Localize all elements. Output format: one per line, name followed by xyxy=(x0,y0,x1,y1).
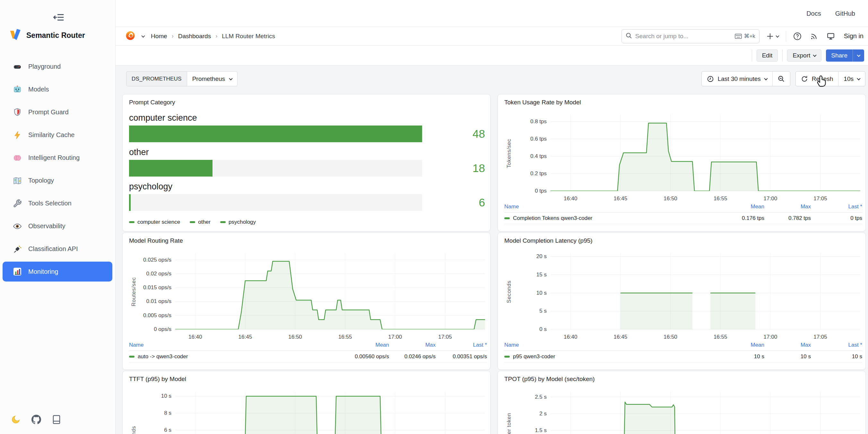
x-tick-label: 16:40 xyxy=(188,334,202,340)
sidebar-item-tools-selection[interactable]: Tools Selection xyxy=(0,192,116,215)
y-tick-label: 0 ops/s xyxy=(154,326,172,333)
sidebar-item-classification-api[interactable]: Classification API xyxy=(0,238,116,260)
sidebar-item-playground[interactable]: Playground xyxy=(0,55,116,78)
bar-track[interactable] xyxy=(129,160,422,177)
legend-header-mean[interactable]: Mean xyxy=(342,342,389,348)
org-switcher-chevron-icon[interactable] xyxy=(140,31,146,42)
y-tick-label: 8 s xyxy=(164,410,172,416)
semantic-router-logo-icon xyxy=(8,28,21,42)
zoom-out-button[interactable] xyxy=(772,71,790,86)
sidebar-item-similarity-cache[interactable]: Similarity Cache xyxy=(0,124,116,146)
y-tick-label: 6 s xyxy=(164,427,172,433)
sidebar-item-intelligent-routing[interactable]: Intelligent Routing xyxy=(0,146,116,169)
time-range-picker[interactable]: Last 30 minutes xyxy=(702,71,772,86)
sign-in-link[interactable]: Sign in xyxy=(844,32,864,40)
sidebar-item-monitoring[interactable]: Monitoring xyxy=(3,261,112,281)
docs-book-icon[interactable] xyxy=(52,415,62,424)
breadcrumb-dashboards[interactable]: Dashboards xyxy=(178,33,211,40)
chart-canvas[interactable] xyxy=(551,253,860,329)
y-axis-ticks: 0 s5 s10 s15 s20 s xyxy=(515,253,551,331)
series-name[interactable]: Completion Tokens qwen3-coder xyxy=(513,215,592,221)
share-dropdown-chevron-icon[interactable] xyxy=(852,50,864,62)
bar-track[interactable] xyxy=(129,125,422,142)
legend-header-name[interactable]: Name xyxy=(504,204,718,210)
breadcrumb-home[interactable]: Home xyxy=(151,33,167,40)
legend-header-last[interactable]: Last * xyxy=(811,204,862,210)
x-axis-ticks: 16:4016:4516:5016:5517:0017:05 xyxy=(551,192,860,202)
legend-header-max[interactable]: Max xyxy=(764,342,811,348)
brand[interactable]: Semantic Router xyxy=(8,28,85,42)
divider xyxy=(752,50,752,62)
news-rss-icon[interactable] xyxy=(809,31,819,42)
add-button[interactable] xyxy=(765,31,780,42)
y-axis-unit: Tokens/sec xyxy=(504,115,515,192)
export-button[interactable]: Export xyxy=(787,50,822,62)
legend-header-mean[interactable]: Mean xyxy=(718,342,764,348)
legend-header-last[interactable]: Last * xyxy=(811,342,862,348)
bar-value: 6 xyxy=(479,194,485,211)
x-tick-label: 17:05 xyxy=(438,334,452,340)
bar-track[interactable] xyxy=(129,194,422,211)
y-axis-unit: Seconds xyxy=(504,253,515,331)
plot-area[interactable]: 16:4016:4516:5016:5517:0017:05 xyxy=(175,392,485,434)
observability-icon xyxy=(13,222,22,231)
x-tick-label: 17:00 xyxy=(764,195,777,202)
y-tick-label: 0.01 ops/s xyxy=(146,298,172,305)
plot-area[interactable]: 16:4016:4516:5016:5517:0017:05 xyxy=(551,392,860,434)
refresh-button[interactable]: Refresh xyxy=(796,71,838,86)
legend-header-name[interactable]: Name xyxy=(129,342,342,348)
sidebar-collapse-icon[interactable] xyxy=(50,11,68,23)
refresh-interval-dropdown[interactable]: 10s xyxy=(838,71,865,86)
chart-canvas[interactable] xyxy=(175,253,485,329)
legend-item[interactable]: other xyxy=(190,219,211,225)
breadcrumb: Home › Dashboards › LLM Router Metrics xyxy=(125,31,275,42)
plot-area[interactable]: 16:4016:4516:5016:5517:0017:05 xyxy=(175,253,485,331)
y-axis-ticks: 0 tps0.2 tps0.4 tps0.6 tps0.8 tps xyxy=(515,115,551,192)
edit-button[interactable]: Edit xyxy=(756,50,778,62)
legend-header-max[interactable]: Max xyxy=(389,342,436,348)
y-tick-label: 0.02 ops/s xyxy=(146,271,172,277)
sidebar-item-models[interactable]: Models xyxy=(0,78,116,101)
series-mean: 0.176 tps xyxy=(718,215,764,221)
plot-area[interactable]: 16:4016:4516:5016:5517:0017:05 xyxy=(551,253,860,331)
x-tick-label: 16:55 xyxy=(714,195,727,202)
y-axis-unit: Seconds xyxy=(128,392,139,434)
sidebar-item-label: Observability xyxy=(28,222,65,230)
legend-item[interactable]: psychology xyxy=(220,219,256,225)
search-box[interactable]: ⌘+k xyxy=(621,29,760,43)
plot-area[interactable]: 16:4016:4516:5016:5517:0017:05 xyxy=(551,115,860,192)
chart-canvas[interactable] xyxy=(551,392,860,434)
x-tick-label: 16:55 xyxy=(714,334,727,340)
theme-moon-icon[interactable] xyxy=(11,415,21,424)
legend-item[interactable]: computer science xyxy=(129,219,180,225)
bar-gauge: computer science48other18psychology6 xyxy=(129,112,486,215)
search-input[interactable] xyxy=(635,33,732,40)
legend-header-last[interactable]: Last * xyxy=(436,342,487,348)
github-link[interactable]: GitHub xyxy=(835,10,855,17)
chart-canvas[interactable] xyxy=(551,115,860,191)
legend-header-mean[interactable]: Mean xyxy=(718,204,764,210)
datasource-variable: DS_PROMETHEUS Prometheus xyxy=(126,71,238,86)
help-icon[interactable] xyxy=(792,31,803,42)
dashboard-toolbar: Edit Export Share xyxy=(116,45,868,65)
topology-icon xyxy=(13,176,22,185)
sidebar-item-prompt-guard[interactable]: Prompt Guard xyxy=(0,101,116,124)
sidebar-item-topology[interactable]: Topology xyxy=(0,169,116,192)
legend-header-name[interactable]: Name xyxy=(504,342,718,348)
y-tick-label: 2.5 s xyxy=(535,394,547,400)
series-name[interactable]: p95 qwen3-coder xyxy=(513,353,555,360)
docs-link[interactable]: Docs xyxy=(806,10,821,17)
github-icon[interactable] xyxy=(31,415,41,424)
sidebar-item-observability[interactable]: Observability xyxy=(0,215,116,238)
x-tick-label: 16:50 xyxy=(288,334,302,340)
variable-value-dropdown[interactable]: Prometheus xyxy=(187,71,238,86)
legend-header-max[interactable]: Max xyxy=(764,204,811,210)
y-tick-label: 0.6 tps xyxy=(530,136,547,142)
chart-canvas[interactable] xyxy=(175,392,485,434)
share-button[interactable]: Share xyxy=(826,50,864,62)
bar-category-label: psychology xyxy=(129,181,486,192)
monitor-icon[interactable] xyxy=(825,31,836,42)
intelligent-routing-icon xyxy=(13,153,22,162)
series-name[interactable]: auto -> qwen3-coder xyxy=(138,353,188,360)
grafana-logo-icon[interactable] xyxy=(125,31,135,42)
